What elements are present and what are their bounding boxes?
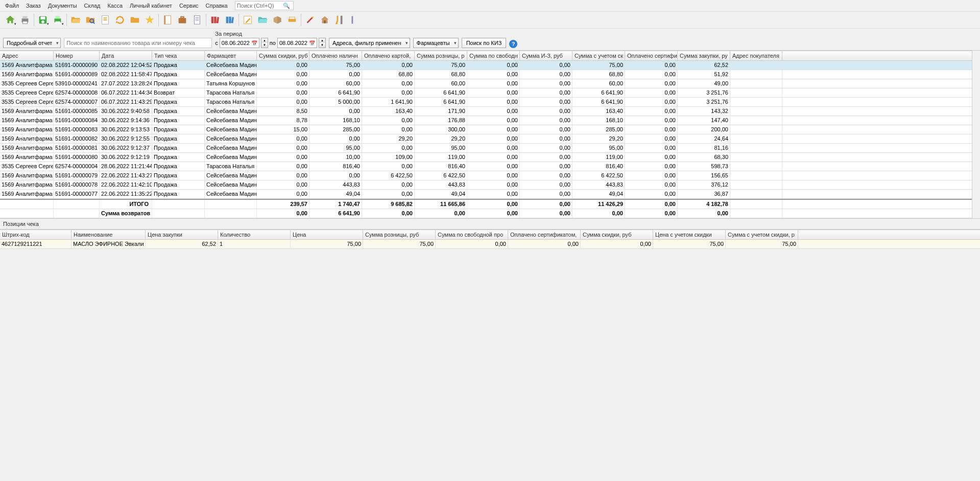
main-grid: АдресНомерДатаТип чекаФармацевтСумма ски… bbox=[0, 51, 972, 218]
col-baddr[interactable]: Адрес покупателя bbox=[730, 51, 782, 60]
dcol-name[interactable]: Наименование bbox=[71, 230, 146, 239]
table-row[interactable]: 1569 Аналитфарма51691-0000008530.06.2022… bbox=[0, 107, 972, 116]
table-row[interactable]: 1569 Аналитфарма51691-0000008902.08.2022… bbox=[0, 70, 972, 79]
table-row[interactable]: 1569 Аналитфарма51691-0000008430.06.2022… bbox=[0, 116, 972, 125]
menu-Личный кабинет[interactable]: Личный кабинет bbox=[127, 2, 175, 10]
table-row[interactable]: 1569 Аналитфарма51691-0000008330.06.2022… bbox=[0, 125, 972, 134]
svg-rect-2 bbox=[22, 21, 27, 24]
folder2-button[interactable] bbox=[255, 13, 270, 27]
table-row[interactable]: 1569 Аналитфарма51691-0000008230.06.2022… bbox=[0, 134, 972, 144]
svg-rect-24 bbox=[217, 17, 219, 23]
vertical-scrollbar[interactable] bbox=[972, 51, 980, 218]
address-filter-combo[interactable]: Адреса, фильтр применен bbox=[329, 38, 410, 48]
svg-rect-1 bbox=[22, 16, 27, 19]
table-row[interactable]: 1569 Аналитфарма51691-0000008130.06.2022… bbox=[0, 144, 972, 153]
box-button[interactable] bbox=[270, 13, 284, 27]
table-row[interactable]: 1569 Аналитфарма51691-0000008030.06.2022… bbox=[0, 153, 972, 162]
dcol-free[interactable]: Сумма по свободной про bbox=[436, 230, 508, 239]
receipt-button[interactable] bbox=[190, 13, 204, 27]
svg-rect-8 bbox=[55, 21, 60, 24]
menu-Справка[interactable]: Справка bbox=[203, 2, 231, 10]
save-button[interactable]: ▾ bbox=[36, 13, 50, 27]
table-row[interactable]: 3535 Сергеев Серге62574-0000000428.06.20… bbox=[0, 162, 972, 171]
briefcase-button[interactable] bbox=[175, 13, 189, 27]
table-row[interactable]: 3535 Сергеев Серге62574-0000000706.07.20… bbox=[0, 98, 972, 107]
svg-point-32 bbox=[312, 16, 314, 18]
print2-button[interactable]: ▾ bbox=[51, 13, 65, 27]
star-button[interactable] bbox=[142, 13, 157, 27]
calendar-icon: 📅 bbox=[309, 40, 315, 46]
books-button[interactable] bbox=[208, 13, 222, 27]
menubar: ФайлЗаказДокументыСкладКассаЛичный кабин… bbox=[0, 0, 980, 12]
menu-Файл[interactable]: Файл bbox=[2, 2, 22, 10]
col-cash[interactable]: Оплачено наличн bbox=[309, 51, 362, 60]
date-from-spinner[interactable]: ▲▼ bbox=[261, 38, 268, 48]
col-addr[interactable]: Адрес bbox=[0, 51, 54, 60]
tools-button[interactable] bbox=[332, 13, 347, 27]
folder-button[interactable] bbox=[128, 13, 142, 27]
date-to-input[interactable]: 08.08.2022📅 bbox=[277, 38, 317, 48]
col-wdisc[interactable]: Сумма с учетом ск bbox=[572, 51, 625, 60]
scanner-button[interactable] bbox=[285, 13, 299, 27]
dcol-cert[interactable]: Оплачено сертификатом, bbox=[508, 230, 581, 239]
svg-rect-18 bbox=[195, 16, 200, 25]
house-button[interactable] bbox=[318, 13, 332, 27]
folder-open-button[interactable] bbox=[68, 13, 83, 27]
home-button[interactable]: ▾ bbox=[3, 13, 17, 27]
dcol-pwdisc[interactable]: Цена с учетом скидки bbox=[653, 230, 726, 239]
col-pharm[interactable]: Фармацевт bbox=[205, 51, 257, 60]
col-type[interactable]: Тип чека bbox=[152, 51, 205, 60]
menu-Склад[interactable]: Склад bbox=[81, 2, 104, 10]
dcol-barcode[interactable]: Штрих-код bbox=[0, 230, 71, 239]
svg-rect-15 bbox=[164, 16, 166, 25]
table-row[interactable]: 3535 Сергеев Серге53910-0000024127.07.20… bbox=[0, 79, 972, 88]
search-icon: 🔍 bbox=[283, 3, 290, 9]
menu-Документы[interactable]: Документы bbox=[45, 2, 80, 10]
search-folder-button[interactable] bbox=[83, 13, 98, 27]
close-button[interactable] bbox=[347, 13, 362, 27]
global-search[interactable]: 🔍 bbox=[235, 1, 294, 10]
col-retail[interactable]: Сумма розницы, р bbox=[415, 51, 467, 60]
dcol-disc[interactable]: Сумма скидки, руб bbox=[581, 230, 653, 239]
col-purch[interactable]: Сумма закупки, ру bbox=[678, 51, 730, 60]
totals-row: ИТОГО239,571 740,479 685,8211 665,860,00… bbox=[0, 200, 972, 209]
dcol-retail[interactable]: Сумма розницы, руб bbox=[363, 230, 436, 239]
col-disc[interactable]: Сумма скидки, руб bbox=[257, 51, 309, 60]
menu-Сервис[interactable]: Сервис bbox=[176, 2, 202, 10]
col-i3[interactable]: Сумма И-З, руб bbox=[520, 51, 572, 60]
books2-button[interactable] bbox=[223, 13, 237, 27]
table-row[interactable]: 1569 Аналитфарма51691-0000009002.08.2022… bbox=[0, 61, 972, 70]
notebook-button[interactable] bbox=[160, 13, 175, 27]
col-date[interactable]: Дата bbox=[100, 51, 152, 60]
table-row[interactable]: 1569 Аналитфарма51691-0000007822.06.2022… bbox=[0, 180, 972, 190]
help-icon[interactable]: ? bbox=[509, 40, 517, 48]
doc-button[interactable] bbox=[98, 13, 112, 27]
svg-rect-26 bbox=[229, 17, 231, 24]
dcol-swdisc[interactable]: Сумма с учетом скидки, р bbox=[726, 230, 798, 239]
col-card[interactable]: Оплачено картой, bbox=[362, 51, 415, 60]
period-to-label: по bbox=[270, 40, 276, 46]
refresh-button[interactable] bbox=[113, 13, 127, 27]
col-free[interactable]: Сумма по свободн bbox=[467, 51, 520, 60]
wand-button[interactable] bbox=[303, 13, 317, 27]
dcol-qty[interactable]: Количество bbox=[218, 230, 291, 239]
detail-row[interactable]: 4627129211221МАСЛО ЭФИРНОЕ Эвкали62,5217… bbox=[0, 240, 980, 249]
col-cert[interactable]: Оплачено сертифи bbox=[625, 51, 678, 60]
svg-rect-22 bbox=[211, 17, 214, 24]
table-row[interactable]: 1569 Аналитфарма51691-0000007722.06.2022… bbox=[0, 190, 972, 199]
menu-Заказ[interactable]: Заказ bbox=[23, 2, 44, 10]
kiz-search-button[interactable]: Поиск по КИЗ bbox=[462, 38, 507, 48]
date-to-spinner[interactable]: ▲▼ bbox=[319, 38, 326, 48]
table-row[interactable]: 3535 Сергеев Серге62574-0000000806.07.20… bbox=[0, 88, 972, 98]
pharmacist-filter-combo[interactable]: Фармацевты bbox=[413, 38, 459, 48]
table-row[interactable]: 1569 Аналитфарма51691-0000007922.06.2022… bbox=[0, 171, 972, 180]
dcol-price[interactable]: Цена bbox=[291, 230, 363, 239]
print-button[interactable] bbox=[18, 13, 32, 27]
date-from-input[interactable]: 08.06.2022📅 bbox=[220, 38, 259, 48]
col-num[interactable]: Номер bbox=[54, 51, 100, 60]
edit-button[interactable] bbox=[241, 13, 255, 27]
filter-search-input[interactable] bbox=[64, 38, 212, 48]
dcol-pprice[interactable]: Цена закупки bbox=[146, 230, 218, 239]
menu-Касса[interactable]: Касса bbox=[104, 2, 126, 10]
report-type-combo[interactable]: Подробный отчет bbox=[3, 38, 61, 48]
